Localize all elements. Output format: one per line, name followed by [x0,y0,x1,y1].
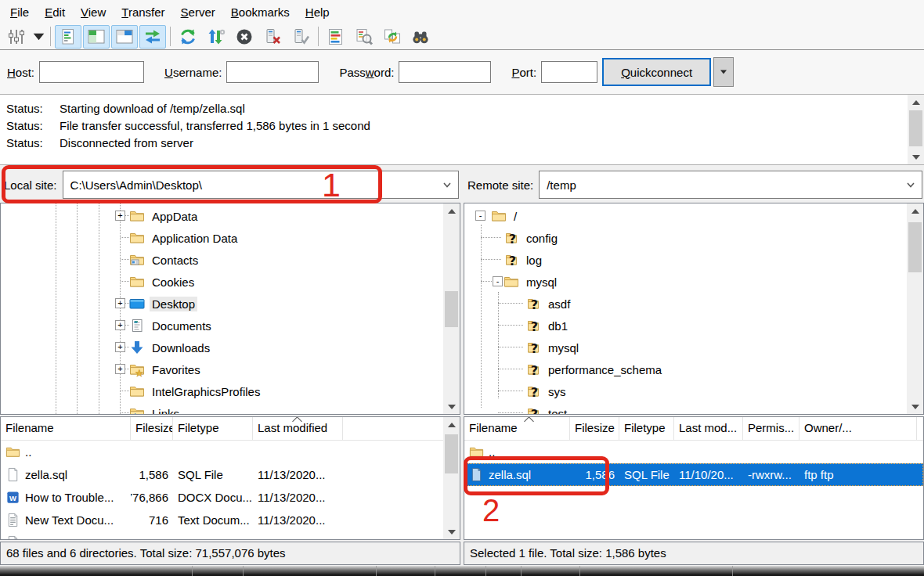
tree-item-db1[interactable]: db1 [464,315,923,337]
tree-item-documents[interactable]: + Documents [1,315,460,337]
scroll-thumb[interactable] [908,222,922,272]
password-input[interactable] [399,61,491,83]
file-row-zella-sql[interactable]: zella.sql 1,586 SQL File 11/13/2020... [1,463,460,486]
toggle-message-log-button[interactable] [55,25,81,49]
scroll-down-arrow[interactable] [443,399,460,414]
local-site-combo[interactable]: C:\Users\Admin\Desktop\ [63,171,459,199]
menu-server[interactable]: Server [173,2,223,22]
tree-item-asdf[interactable]: asdf [464,293,923,315]
expand-toggle[interactable]: + [115,364,125,374]
scroll-down-arrow[interactable] [908,149,924,164]
port-input[interactable] [541,61,597,83]
column-header-filesize[interactable]: Filesize [131,417,173,440]
expand-toggle[interactable]: + [115,298,125,308]
folder-question-icon [525,296,541,311]
scroll-thumb[interactable] [445,434,458,473]
scroll-down-arrow[interactable] [443,524,460,539]
directory-comparison-button[interactable] [351,25,377,49]
find-files-button[interactable] [407,25,434,49]
expand-toggle[interactable]: + [115,320,125,330]
reconnect-button[interactable] [287,25,314,49]
column-header-filetype[interactable]: Filetype [619,417,674,440]
log-scrollbar[interactable] [908,95,924,164]
column-header-last-modified[interactable]: Last mod... [674,417,743,440]
menu-file[interactable]: File [2,2,37,22]
scroll-up-arrow[interactable] [907,203,923,218]
file-row-new-text-doc[interactable]: New Text Docu... 716 Text Docum... 11/13… [1,509,460,531]
tree-item-test[interactable]: test [464,402,923,415]
tree-item-favorites[interactable]: + Favorites [1,358,460,380]
expand-toggle[interactable]: - [493,276,503,286]
directory-listing-filters-button[interactable] [323,25,349,49]
tree-item-log[interactable]: log [464,249,923,271]
column-header-owner[interactable]: Owner/... [799,417,917,440]
toolbar [0,23,924,50]
scroll-thumb[interactable] [909,110,922,146]
expand-toggle[interactable]: - [475,211,485,221]
tree-item-links[interactable]: Links [1,402,460,415]
tree-item-application-data[interactable]: Application Data [1,227,460,249]
disconnect-button[interactable] [259,25,286,49]
tree-item-downloads[interactable]: + Downloads [1,337,460,358]
scroll-up-arrow[interactable] [443,203,460,218]
tree-item-label: test [546,406,569,416]
refresh-button[interactable] [175,25,201,49]
menu-bookmarks[interactable]: Bookmarks [223,2,298,22]
scroll-up-arrow[interactable] [908,95,924,110]
scroll-down-arrow[interactable] [907,399,923,414]
tree-item-mysql-db[interactable]: mysql [464,337,923,358]
toggle-local-tree-button[interactable] [83,25,110,49]
tree-item-sys[interactable]: sys [464,380,923,402]
menu-transfer[interactable]: Transfer [114,2,172,22]
tree-item-config[interactable]: config [464,227,923,249]
column-header-permissions[interactable]: Permis... [743,417,799,440]
site-manager-dropdown-button[interactable] [31,25,46,49]
file-row-how-to-trouble[interactable]: How to Trouble... 776,866 DOCX Docu... 1… [1,486,460,509]
tree-item-contacts[interactable]: Contacts [1,249,460,271]
quickconnect-dropdown-button[interactable] [713,57,734,87]
host-input[interactable] [39,61,144,83]
chevron-down-icon[interactable] [442,179,453,190]
file-row-parent-dir[interactable]: .. [1,441,460,463]
local-tree-scrollbar[interactable] [443,203,460,414]
file-modified: 11/13/2020... [253,513,343,527]
remote-site-combo[interactable]: /temp [539,171,922,199]
cancel-button[interactable] [231,25,258,49]
tree-item-desktop[interactable]: + Desktop [1,293,460,315]
scroll-up-arrow[interactable] [443,417,460,432]
process-queue-button[interactable] [203,25,229,49]
log-label: Status: [0,117,60,135]
synchronized-browsing-button[interactable] [379,25,406,49]
file-row-zella-sql[interactable]: zella.sql 1,586 SQL File 11/10/20... -rw… [464,463,923,486]
tree-item-appdata[interactable]: + AppData [1,205,460,227]
tree-item-mysql[interactable]: - mysql [464,271,923,293]
chevron-down-icon[interactable] [905,179,916,190]
remote-site-label: Remote site: [467,178,533,192]
username-input[interactable] [226,61,319,83]
column-header-filesize[interactable]: Filesize [570,417,619,440]
toggle-transfer-queue-button[interactable] [139,25,166,49]
remote-tree-scrollbar[interactable] [907,203,923,414]
tree-item-performance-schema[interactable]: performance_schema [464,358,923,380]
column-header-filename[interactable]: Filename [1,417,131,440]
folder-icon [504,274,519,290]
local-list-scrollbar[interactable] [443,417,460,539]
scroll-thumb[interactable] [445,291,458,327]
column-header-filetype[interactable]: Filetype [173,417,253,440]
file-row-parent-dir[interactable]: .. [464,441,923,463]
menu-edit[interactable]: Edit [37,2,73,22]
file-size: 1,586 [570,468,619,481]
site-manager-button[interactable] [3,25,30,49]
tree-item-cookies[interactable]: Cookies [1,271,460,293]
tree-item-label: Cookies [150,275,197,290]
menu-help[interactable]: Help [298,2,337,22]
expand-toggle[interactable]: + [115,342,125,352]
expand-toggle[interactable]: + [115,211,125,221]
column-header-filename[interactable]: Filename [464,417,570,440]
quickconnect-button[interactable]: Quickconnect [602,58,711,86]
tree-item-root[interactable]: - / [464,205,923,227]
tree-item-intelgraphicsprofiles[interactable]: IntelGraphicsProfiles [1,380,460,402]
toggle-remote-tree-button[interactable] [111,25,138,49]
menu-view[interactable]: View [73,2,114,22]
file-name: New Text Docu... [25,513,114,527]
